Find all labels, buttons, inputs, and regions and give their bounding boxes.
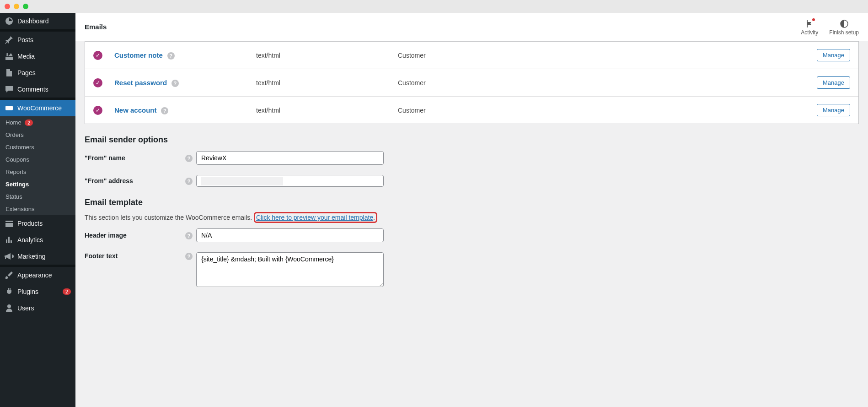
sidebar-item-appearance[interactable]: Appearance bbox=[0, 267, 75, 283]
manage-button[interactable]: Manage bbox=[817, 49, 850, 61]
badge: 2 bbox=[25, 119, 33, 126]
admin-sidebar: Dashboard Posts Media Pages Comments Woo… bbox=[0, 13, 75, 407]
sidebar-item-products[interactable]: Products bbox=[0, 215, 75, 232]
section-heading-template: Email template bbox=[85, 198, 859, 207]
help-icon[interactable]: ? bbox=[167, 52, 175, 60]
notification-dot bbox=[812, 18, 815, 21]
sidebar-item-users[interactable]: Users bbox=[0, 300, 75, 316]
flag-icon bbox=[805, 18, 814, 29]
brush-icon bbox=[5, 271, 14, 280]
from-name-input[interactable] bbox=[196, 151, 384, 165]
topbar-action-label: Finish setup bbox=[829, 29, 859, 36]
activity-button[interactable]: Activity bbox=[801, 18, 818, 36]
sidebar-label: Appearance bbox=[17, 271, 71, 279]
form-label: "From" name bbox=[85, 154, 182, 162]
form-label: "From" address bbox=[85, 177, 182, 185]
email-content-type: text/html bbox=[256, 107, 398, 114]
sidebar-label: Status bbox=[5, 193, 22, 200]
sidebar-item-posts[interactable]: Posts bbox=[0, 32, 75, 48]
help-icon[interactable]: ? bbox=[171, 80, 179, 87]
sidebar-label: Users bbox=[17, 304, 71, 312]
desc-text: . bbox=[373, 214, 375, 221]
email-row-reset-password: ✓ Reset password ? text/html Customer Ma… bbox=[85, 69, 858, 96]
desc-text: This section lets you customize the WooC… bbox=[85, 214, 254, 221]
page-icon bbox=[5, 68, 14, 77]
finish-setup-button[interactable]: Finish setup bbox=[829, 18, 859, 36]
emails-table: ✓ Customer note ? text/html Customer Man… bbox=[85, 41, 859, 124]
help-icon[interactable]: ? bbox=[185, 253, 193, 260]
sidebar-item-plugins[interactable]: Plugins 2 bbox=[0, 283, 75, 300]
help-icon[interactable]: ? bbox=[185, 178, 193, 185]
sidebar-item-comments[interactable]: Comments bbox=[0, 81, 75, 98]
submenu-orders[interactable]: Orders bbox=[0, 129, 75, 141]
manage-button[interactable]: Manage bbox=[817, 76, 850, 89]
email-content-type: text/html bbox=[256, 79, 398, 87]
email-row-customer-note: ✓ Customer note ? text/html Customer Man… bbox=[85, 42, 858, 69]
products-icon bbox=[5, 219, 14, 228]
media-icon bbox=[5, 52, 14, 61]
email-name-link[interactable]: New account bbox=[114, 106, 157, 114]
form-row-footer-text: Footer text ? bbox=[85, 252, 859, 288]
email-recipient: Customer bbox=[398, 79, 809, 87]
status-enabled-icon: ✓ bbox=[93, 106, 102, 115]
form-row-header-image: Header image ? bbox=[85, 228, 859, 242]
help-icon[interactable]: ? bbox=[161, 107, 168, 114]
pin-icon bbox=[5, 35, 14, 44]
main-content: Emails Activity Finish setup ✓ bbox=[75, 13, 868, 407]
email-name-link[interactable]: Customer note bbox=[114, 51, 163, 59]
email-content-type: text/html bbox=[256, 52, 398, 59]
help-icon[interactable]: ? bbox=[185, 155, 193, 162]
sidebar-item-marketing[interactable]: Marketing bbox=[0, 248, 75, 265]
close-window-button[interactable] bbox=[5, 4, 10, 9]
manage-button[interactable]: Manage bbox=[817, 104, 850, 116]
from-address-input[interactable] bbox=[196, 175, 384, 187]
minimize-window-button[interactable] bbox=[14, 4, 19, 9]
sidebar-item-media[interactable]: Media bbox=[0, 48, 75, 65]
circle-half-icon bbox=[840, 18, 849, 29]
sidebar-label: Extensions bbox=[5, 206, 35, 212]
plug-icon bbox=[5, 287, 14, 296]
footer-text-input[interactable] bbox=[196, 252, 384, 287]
sidebar-label: Settings bbox=[5, 181, 29, 188]
woocommerce-icon bbox=[5, 103, 14, 113]
page-title: Emails bbox=[85, 23, 107, 31]
sidebar-item-woocommerce[interactable]: WooCommerce bbox=[0, 100, 75, 116]
sidebar-label: Plugins bbox=[17, 288, 61, 295]
analytics-icon bbox=[5, 235, 14, 244]
sidebar-label: Marketing bbox=[17, 253, 71, 260]
dashboard-icon bbox=[5, 16, 14, 26]
submenu-coupons[interactable]: Coupons bbox=[0, 153, 75, 166]
sidebar-item-pages[interactable]: Pages bbox=[0, 65, 75, 81]
topbar-action-label: Activity bbox=[801, 29, 818, 36]
submenu-customers[interactable]: Customers bbox=[0, 141, 75, 153]
form-row-from-address: "From" address ? bbox=[85, 175, 859, 187]
submenu-settings[interactable]: Settings bbox=[0, 178, 75, 190]
sidebar-label: Coupons bbox=[5, 156, 29, 163]
help-icon[interactable]: ? bbox=[185, 232, 193, 239]
form-label: Header image bbox=[85, 232, 182, 239]
sidebar-item-dashboard[interactable]: Dashboard bbox=[0, 13, 75, 29]
sidebar-item-analytics[interactable]: Analytics bbox=[0, 232, 75, 248]
status-enabled-icon: ✓ bbox=[93, 51, 102, 60]
preview-template-link[interactable]: Click here to preview your email templat… bbox=[256, 214, 373, 221]
sidebar-label: Pages bbox=[17, 69, 71, 76]
submenu-home[interactable]: Home 2 bbox=[0, 116, 75, 129]
sidebar-label: Media bbox=[17, 53, 71, 60]
highlight-annotation: Click here to preview your email templat… bbox=[254, 212, 377, 223]
submenu-reports[interactable]: Reports bbox=[0, 166, 75, 178]
email-name-link[interactable]: Reset password bbox=[114, 79, 167, 87]
sidebar-label: Customers bbox=[5, 144, 34, 151]
email-recipient: Customer bbox=[398, 107, 809, 114]
sidebar-label: Home bbox=[5, 119, 21, 126]
comment-icon bbox=[5, 85, 14, 94]
window-chrome bbox=[0, 0, 868, 13]
submenu-status[interactable]: Status bbox=[0, 190, 75, 203]
sidebar-label: Comments bbox=[17, 86, 71, 93]
sidebar-label: Orders bbox=[5, 131, 24, 138]
maximize-window-button[interactable] bbox=[23, 4, 28, 9]
sidebar-label: Reports bbox=[5, 168, 27, 175]
status-enabled-icon: ✓ bbox=[93, 78, 102, 87]
header-image-input[interactable] bbox=[196, 228, 384, 242]
submenu-extensions[interactable]: Extensions bbox=[0, 203, 75, 215]
badge: 2 bbox=[63, 288, 71, 295]
